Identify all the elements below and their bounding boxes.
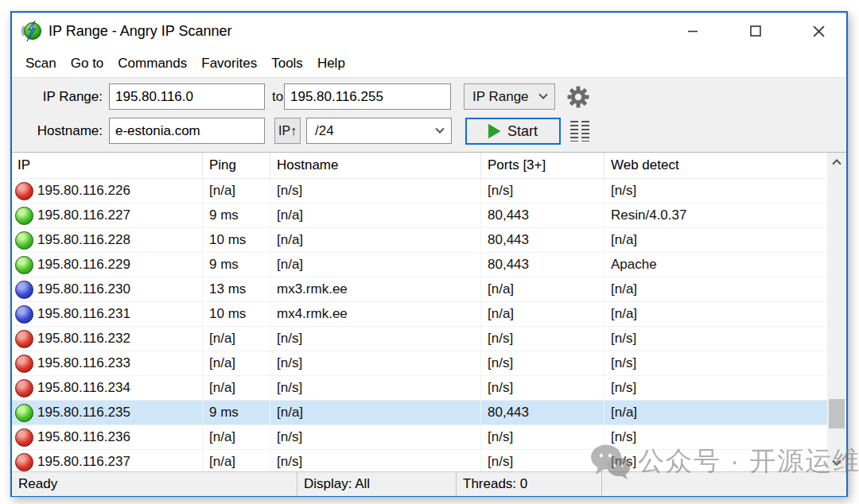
to-label: to: [270, 83, 286, 110]
cell-ip: 195.80.116.229: [37, 253, 130, 277]
cell-ping: 9 ms: [203, 401, 270, 425]
scrollbar-thumb[interactable]: [829, 399, 845, 428]
cell-ports: [n/s]: [481, 327, 604, 351]
table-row[interactable]: 195.80.116.234 [n/a] [n/s] [n/s] [n/s]: [12, 376, 827, 401]
status-ball-icon: [15, 207, 33, 225]
cell-webdetect: [n/s]: [604, 450, 827, 471]
status-ball-icon: [15, 281, 33, 299]
menu-item-help[interactable]: Help: [310, 50, 352, 77]
play-icon: [488, 124, 500, 138]
status-ball-icon: [15, 231, 33, 250]
status-ball-icon: [15, 404, 33, 422]
feeder-select-value: IP Range: [472, 89, 529, 105]
cell-ip: 195.80.116.236: [37, 425, 130, 449]
column-header-ports[interactable]: Ports [3+]: [481, 153, 604, 179]
ip-to-input[interactable]: [284, 83, 451, 110]
status-ball-icon: [15, 256, 33, 274]
table-row[interactable]: 195.80.116.227 9 ms [n/a] 80,443 Resin/4…: [12, 204, 827, 228]
cell-ports: [n/s]: [481, 450, 604, 471]
menu-item-tools[interactable]: Tools: [264, 50, 310, 77]
table-row[interactable]: 195.80.116.231 10 ms mx4.rmk.ee [n/a] [n…: [12, 302, 827, 327]
menu-item-goto[interactable]: Go to: [64, 50, 111, 77]
cell-webdetect: [n/s]: [604, 179, 827, 204]
cell-ip: 195.80.116.227: [37, 204, 130, 227]
column-header-hostname[interactable]: Hostname: [270, 153, 481, 179]
cell-ping: 9 ms: [203, 204, 270, 228]
cell-webdetect: [n/a]: [604, 228, 827, 253]
table-row[interactable]: 195.80.116.232 [n/a] [n/s] [n/s] [n/s]: [12, 327, 827, 351]
cell-webdetect: [n/a]: [604, 302, 827, 327]
netmask-select-value: /24: [315, 123, 334, 139]
ip-from-input[interactable]: [109, 83, 265, 110]
status-ball-icon: [15, 305, 33, 324]
status-ball-icon: [15, 379, 33, 397]
netmask-select[interactable]: /24: [306, 118, 452, 144]
app-icon: [21, 20, 43, 42]
cell-ports: 80,443: [481, 401, 604, 425]
cell-webdetect: [n/s]: [604, 425, 827, 450]
cell-hostname: [n/a]: [270, 228, 481, 253]
status-ball-icon: [15, 428, 33, 447]
cell-ports: [n/s]: [481, 425, 604, 450]
table-row[interactable]: 195.80.116.229 9 ms [n/a] 80,443 Apache: [12, 253, 827, 277]
status-ball-icon: [15, 330, 33, 348]
menu-item-favorites[interactable]: Favorites: [194, 50, 264, 77]
hostname-label: Hostname:: [18, 118, 103, 144]
start-button[interactable]: Start: [465, 118, 561, 145]
cell-ip: 195.80.116.235: [37, 401, 130, 425]
cell-ping: [n/a]: [203, 351, 270, 376]
status-ball-icon: [15, 453, 33, 471]
cell-ping: 9 ms: [203, 253, 270, 277]
status-spacer: [602, 472, 846, 496]
table-row[interactable]: 195.80.116.233 [n/a] [n/s] [n/s] [n/s]: [12, 351, 827, 376]
table-row[interactable]: 195.80.116.235 9 ms [n/a] 80,443 [n/a]: [12, 401, 827, 425]
cell-hostname: mx3.rmk.ee: [270, 277, 481, 302]
vertical-scrollbar[interactable]: [827, 153, 846, 471]
close-button[interactable]: [800, 13, 837, 49]
scroll-up-button[interactable]: [827, 154, 846, 169]
cell-webdetect: Apache: [604, 253, 827, 277]
cell-webdetect: [n/a]: [604, 277, 827, 302]
cell-hostname: [n/s]: [270, 376, 481, 401]
ip-range-label: IP Range:: [18, 83, 103, 110]
table-row[interactable]: 195.80.116.226 [n/a] [n/s] [n/s] [n/s]: [12, 179, 827, 204]
cell-ping: [n/a]: [203, 376, 270, 401]
hostname-input[interactable]: [109, 118, 265, 144]
cell-webdetect: [n/a]: [604, 401, 827, 425]
minimize-button[interactable]: [674, 13, 711, 49]
cell-webdetect: [n/s]: [604, 376, 827, 401]
feeder-select[interactable]: IP Range: [464, 83, 555, 110]
table-header: IP Ping Hostname Ports [3+] Web detect: [12, 153, 827, 179]
cell-ping: [n/a]: [203, 179, 270, 204]
table-row[interactable]: 195.80.116.230 13 ms mx3.rmk.ee [n/a] [n…: [12, 277, 827, 302]
table-body: 195.80.116.226 [n/a] [n/s] [n/s] [n/s] 1…: [12, 179, 846, 471]
minimize-icon: [687, 25, 698, 37]
start-button-label: Start: [507, 123, 538, 140]
table-row[interactable]: 195.80.116.237 [n/a] [n/s] [n/s] [n/s]: [12, 450, 827, 471]
cell-webdetect: Resin/4.0.37: [604, 204, 827, 228]
cell-ports: 80,443: [481, 228, 604, 253]
menu-item-scan[interactable]: Scan: [18, 50, 64, 77]
chevron-up-icon: [832, 159, 841, 168]
cell-ports: 80,443: [481, 253, 604, 277]
column-header-ip[interactable]: IP: [12, 153, 203, 179]
maximize-button[interactable]: [737, 13, 774, 49]
table-row[interactable]: 195.80.116.228 10 ms [n/a] 80,443 [n/a]: [12, 228, 827, 253]
cell-ip: 195.80.116.230: [37, 277, 130, 301]
gear-icon[interactable]: [566, 85, 590, 109]
cell-ip: 195.80.116.234: [37, 376, 130, 400]
column-header-webdetect[interactable]: Web detect: [604, 153, 827, 179]
cell-ip: 195.80.116.228: [37, 228, 130, 252]
scroll-down-button[interactable]: [827, 456, 846, 471]
cell-hostname: [n/a]: [270, 253, 481, 277]
status-threads: Threads: 0: [457, 472, 602, 496]
cell-ports: 80,443: [481, 204, 604, 228]
cell-hostname: [n/a]: [270, 401, 481, 425]
menu-item-commands[interactable]: Commands: [111, 50, 194, 77]
table-row[interactable]: 195.80.116.236 [n/a] [n/s] [n/s] [n/s]: [12, 425, 827, 450]
cell-ping: [n/a]: [203, 450, 270, 471]
ip-up-button[interactable]: IP↑: [274, 118, 301, 144]
columns-icon[interactable]: [570, 121, 591, 142]
cell-webdetect: [n/s]: [604, 327, 827, 351]
column-header-ping[interactable]: Ping: [203, 153, 270, 179]
